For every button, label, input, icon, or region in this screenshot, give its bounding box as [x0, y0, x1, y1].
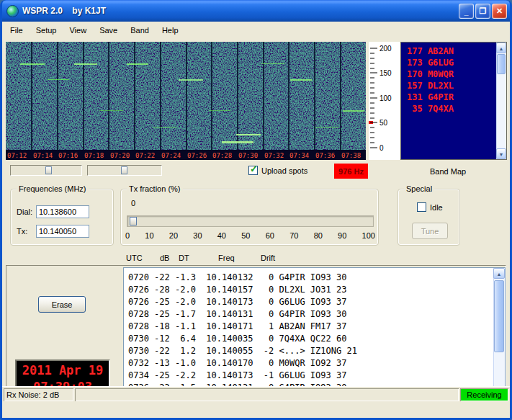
maximize-button[interactable]: ❐ — [475, 4, 490, 19]
idle-checkbox[interactable] — [417, 202, 426, 212]
scroll-up-icon[interactable]: ▲ — [493, 268, 505, 279]
waterfall-time-label: 07:22 — [135, 152, 155, 159]
tx-fraction-scale: 0 10 20 30 40 50 60 70 80 90 100 — [125, 231, 375, 240]
waterfall-time-label: 07:16 — [58, 152, 78, 159]
check-icon: ✓ — [250, 164, 258, 174]
menu-band[interactable]: Band — [124, 23, 156, 37]
decode-row[interactable]: 0726 -25 -2.0 10.140173 0 G6LUG IO93 37 — [128, 296, 505, 308]
tx-frequency-input[interactable] — [36, 225, 89, 238]
window-body: File Setup View Save Band Help — [2, 22, 510, 418]
waterfall-time-label: 07:24 — [161, 152, 181, 159]
slider-thumb[interactable] — [130, 217, 137, 225]
tune-button[interactable]: Tune — [412, 223, 448, 239]
waterfall-time-label: 07:32 — [264, 152, 284, 159]
band-map-entry[interactable]: 170 M0WQR — [401, 68, 506, 80]
scale-tick-label: 150 — [379, 69, 392, 77]
slider-thumb[interactable] — [45, 166, 52, 174]
band-map-panel[interactable]: 177 AB2AN 173 G6LUG 170 M0WQR 157 DL2XL … — [400, 42, 507, 160]
rx-noise-status: Rx Noise: 2 dB — [4, 388, 73, 401]
band-map-entry[interactable]: 173 G6LUG — [401, 57, 506, 68]
wspr-window: WSPR 2.0 by K1JT _ ❐ ✕ File Setup View S… — [0, 0, 512, 420]
dial-frequency-input[interactable] — [36, 205, 89, 218]
waterfall-time-label: 07:28 — [212, 152, 232, 159]
waterfall-time-label: 07:34 — [289, 152, 309, 159]
rx-frequency-badge: 976 Hz — [334, 164, 368, 179]
status-spacer — [75, 388, 459, 401]
waterfall-image: 07:12 07:14 07:16 07:18 07:20 07:22 07:2… — [6, 42, 366, 160]
minimize-button[interactable]: _ — [459, 4, 474, 19]
scale-label: 30 — [193, 231, 202, 240]
band-map-list: 177 AB2AN 173 G6LUG 170 M0WQR 157 DL2XL … — [401, 43, 506, 115]
scale-label: 0 — [125, 231, 130, 240]
decode-row[interactable]: 0730 -22 1.2 10.140055 -2 <...> IZ1ONG 2… — [128, 345, 505, 357]
slider-thumb[interactable] — [121, 166, 127, 174]
band-map-entry[interactable]: 177 AB2AN — [401, 45, 506, 57]
decode-row[interactable]: 0726 -28 -2.0 10.140157 0 DL2XL JO31 23 — [128, 284, 505, 296]
upload-spots-control[interactable]: ✓ Upload spots — [248, 166, 307, 175]
menu-setup[interactable]: Setup — [30, 23, 63, 37]
erase-button[interactable]: Erase — [38, 296, 86, 313]
menu-help[interactable]: Help — [156, 23, 185, 37]
band-map-entry[interactable]: 157 DL2XL — [401, 80, 506, 91]
idle-label: Idle — [430, 203, 443, 212]
band-map-scrollbar[interactable]: ▲ ▼ — [496, 43, 506, 159]
waterfall-gain-slider[interactable] — [10, 165, 82, 176]
scale-label: 60 — [266, 231, 274, 240]
waterfall-time-label: 07:26 — [187, 152, 207, 159]
header-drift: Drift — [261, 254, 275, 262]
scrollbar-thumb[interactable] — [497, 54, 506, 74]
menu-save[interactable]: Save — [93, 23, 124, 37]
frequencies-group-title: Frequencies (MHz) — [17, 184, 89, 193]
decode-row[interactable]: 0732 -13 -1.0 10.140170 0 M0WQR IO92 37 — [128, 357, 505, 370]
decode-frame: Erase 2011 Apr 19 07:39:03 0720 -22 -1.3… — [6, 265, 506, 401]
receiving-status: Receiving — [460, 388, 508, 401]
menu-view[interactable]: View — [63, 23, 93, 37]
scrollbar-thumb[interactable] — [494, 280, 504, 352]
waterfall-time-label: 07:38 — [341, 152, 361, 159]
tx-fraction-slider[interactable] — [127, 215, 374, 227]
titlebar[interactable]: WSPR 2.0 by K1JT _ ❐ ✕ — [2, 0, 510, 22]
frequency-ruler: 200 150 100 50 0 — [369, 42, 400, 160]
decode-text-area[interactable]: 0720 -22 -1.3 10.140132 0 G4PIR IO93 30 … — [123, 267, 506, 399]
special-group-title: Special — [404, 184, 434, 193]
scale-label: 20 — [169, 231, 178, 240]
window-title: WSPR 2.0 by K1JT — [22, 6, 457, 16]
main-content: 07:12 07:14 07:16 07:18 07:20 07:22 07:2… — [2, 39, 510, 402]
scroll-down-icon[interactable]: ▼ — [496, 148, 506, 159]
decode-row[interactable]: 0720 -22 -1.3 10.140132 0 G4PIR IO93 30 — [128, 272, 505, 284]
status-bar: Rx Noise: 2 dB Receiving — [2, 386, 510, 402]
decode-list: 0720 -22 -1.3 10.140132 0 G4PIR IO93 30 … — [124, 268, 505, 394]
scale-label: 80 — [314, 231, 323, 240]
decode-row[interactable]: 0734 -25 -2.2 10.140173 -1 G6LUG IO93 37 — [128, 370, 505, 382]
band-map-entry[interactable]: 35 7Q4XA — [401, 103, 506, 115]
close-button[interactable]: ✕ — [492, 4, 507, 19]
band-map-caption: Band Map — [430, 167, 466, 176]
decode-row[interactable]: 0728 -18 -1.1 10.140171 1 AB2AN FM17 37 — [128, 321, 505, 333]
waterfall-display[interactable]: 07:12 07:14 07:16 07:18 07:20 07:22 07:2… — [6, 42, 366, 160]
idle-control[interactable]: Idle — [417, 202, 443, 212]
waterfall-time-label: 07:20 — [110, 152, 130, 159]
decode-row[interactable]: 0730 -12 6.4 10.140035 0 7Q4XA QC22 60 — [128, 333, 505, 345]
decode-scrollbar[interactable]: ▲ ▼ — [493, 268, 505, 398]
waterfall-time-label: 07:12 — [7, 152, 27, 159]
decode-table-header: UTC dB DT Freq Drift — [2, 254, 510, 264]
scroll-up-icon[interactable]: ▲ — [496, 43, 506, 53]
waterfall-contrast-slider[interactable] — [87, 165, 162, 176]
scale-label: 50 — [241, 231, 250, 240]
special-group: Special Idle Tune — [398, 189, 460, 246]
header-db: dB — [160, 254, 169, 262]
upload-spots-checkbox[interactable]: ✓ — [248, 166, 258, 175]
scale-label: 40 — [217, 231, 226, 240]
header-dt: DT — [179, 254, 189, 262]
band-map-entry[interactable]: 131 G4PIR — [401, 91, 506, 103]
waterfall-time-label: 07:18 — [84, 152, 104, 159]
tx-label: Tx: — [17, 227, 36, 236]
scale-tick-label: 100 — [379, 94, 392, 102]
waterfall-time-label: 07:30 — [238, 152, 258, 159]
menu-file[interactable]: File — [4, 23, 30, 37]
header-utc: UTC — [126, 254, 143, 262]
menu-bar: File Setup View Save Band Help — [2, 22, 510, 39]
decode-row[interactable]: 0728 -25 -1.7 10.140131 0 G4PIR IO93 30 — [128, 308, 505, 321]
dial-label: Dial: — [17, 207, 36, 216]
waterfall-time-label: 07:36 — [315, 152, 335, 159]
